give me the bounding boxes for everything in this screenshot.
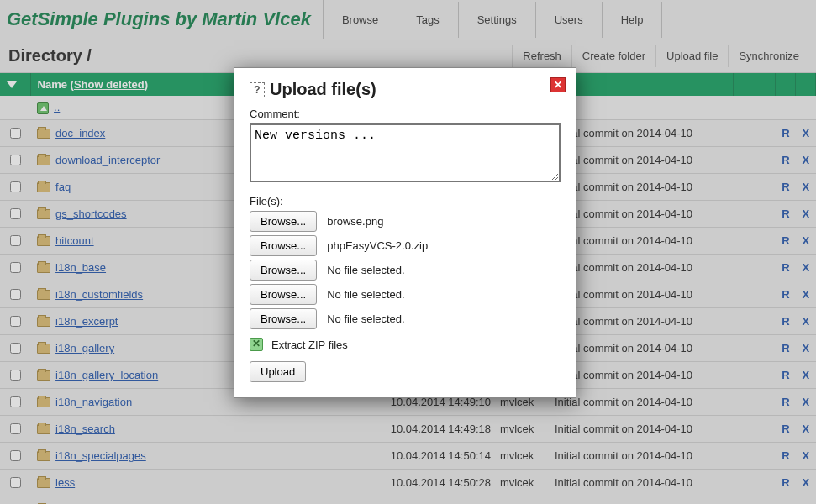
browse-button[interactable]: Browse... (250, 308, 317, 329)
file-row: Browse...No file selected. (250, 284, 561, 305)
dialog-title: ? Upload file(s) (250, 80, 376, 99)
upload-dialog: ? Upload file(s) ✕ Comment: File(s): Bro… (234, 67, 576, 398)
file-row: Browse...No file selected. (250, 260, 561, 281)
extract-zip-checkbox[interactable] (250, 338, 263, 351)
close-icon[interactable]: ✕ (550, 77, 566, 92)
file-row: Browse...browse.png (250, 211, 561, 232)
upload-button[interactable]: Upload (250, 361, 306, 382)
file-name: No file selected. (327, 264, 405, 276)
comment-textarea[interactable] (250, 123, 561, 182)
browse-button[interactable]: Browse... (250, 284, 317, 305)
browse-button[interactable]: Browse... (250, 260, 317, 281)
file-name: No file selected. (327, 312, 405, 325)
modal-overlay: ? Upload file(s) ✕ Comment: File(s): Bro… (0, 0, 816, 504)
file-name: browse.png (327, 215, 383, 228)
extract-zip-row: Extract ZIP files (250, 338, 561, 351)
file-row: Browse...phpEasyVCS-2.0.zip (250, 235, 561, 256)
dialog-title-text: Upload file(s) (270, 80, 376, 99)
file-row: Browse...No file selected. (250, 308, 561, 329)
file-name: phpEasyVCS-2.0.zip (327, 239, 428, 252)
help-icon[interactable]: ? (250, 82, 265, 97)
files-label: File(s): (250, 195, 561, 207)
comment-label: Comment: (250, 108, 561, 120)
browse-button[interactable]: Browse... (250, 235, 317, 256)
extract-zip-label: Extract ZIP files (271, 339, 348, 351)
browse-button[interactable]: Browse... (250, 211, 317, 232)
file-name: No file selected. (327, 288, 405, 301)
